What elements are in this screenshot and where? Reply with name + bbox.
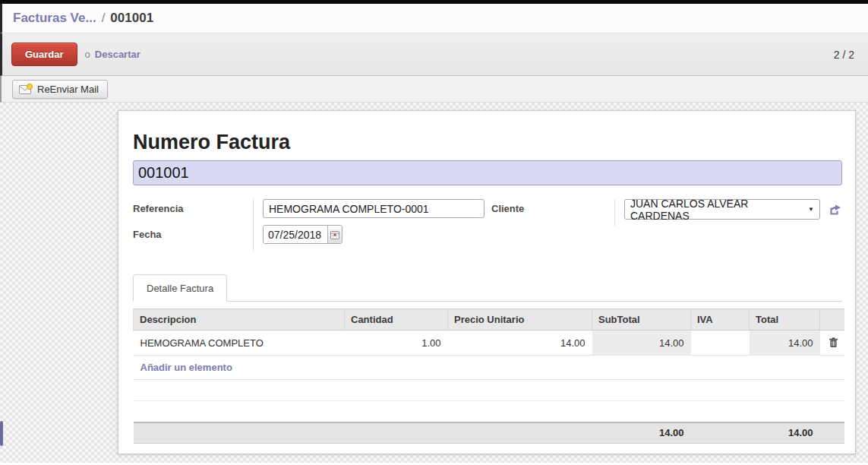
cell-total: 14.00 [750, 331, 820, 356]
action-buttons-row: ReEnviar Mail [0, 76, 868, 103]
cell-cantidad[interactable]: 1.00 [345, 331, 448, 356]
col-subtotal: SubTotal [592, 309, 691, 331]
totals-row: 14.00 14.00 [134, 422, 844, 444]
discard-link[interactable]: Descartar [95, 49, 140, 60]
col-delete [820, 309, 844, 331]
toolbar: Guardar o Descartar 2 / 2 [0, 33, 868, 76]
caret-down-icon: ▼ [808, 206, 814, 213]
resend-mail-label: ReEnviar Mail [37, 84, 99, 95]
work-area: Numero Factura Referencia Fecha [0, 103, 868, 463]
breadcrumb-current: 001001 [110, 11, 153, 26]
trash-icon[interactable] [827, 336, 840, 350]
invoice-sheet: Numero Factura Referencia Fecha [118, 110, 856, 454]
record-pager: 2 / 2 [834, 49, 854, 61]
empty-row [134, 401, 844, 422]
breadcrumb-separator: / [102, 11, 106, 26]
breadcrumb-parent-link[interactable]: Facturas Ve... [13, 11, 96, 26]
cliente-label: Cliente [491, 199, 614, 226]
invoice-lines-table: Descripcion Cantidad Precio Unitario Sub… [133, 308, 844, 444]
fecha-field [263, 225, 342, 244]
footer-subtotal: 14.00 [592, 422, 691, 444]
page-title: Numero Factura [133, 131, 842, 154]
save-button[interactable]: Guardar [11, 43, 77, 66]
breadcrumb: Facturas Ve... / 001001 [0, 4, 868, 33]
fecha-input[interactable] [264, 226, 327, 243]
cell-descripcion[interactable]: HEMOGRAMA COMPLETO [134, 331, 345, 356]
cell-iva[interactable] [691, 331, 750, 356]
table-row: HEMOGRAMA COMPLETO 1.00 14.00 14.00 14.0… [134, 331, 844, 356]
referencia-label: Referencia [133, 199, 253, 225]
col-iva: IVA [691, 309, 750, 331]
calendar-icon[interactable] [327, 226, 342, 243]
col-precio-unitario: Precio Unitario [448, 309, 592, 331]
left-scrollbar-thumb[interactable] [0, 421, 3, 446]
tab-detalle-factura[interactable]: Detalle Factura [133, 274, 227, 302]
resend-mail-button[interactable]: ReEnviar Mail [12, 80, 108, 99]
col-descripcion: Descripcion [134, 309, 345, 331]
referencia-input[interactable] [263, 199, 485, 218]
field-area: Referencia Fecha [133, 199, 842, 251]
add-line-link[interactable]: Añadir un elemento [140, 362, 232, 373]
empty-row [134, 380, 844, 401]
cliente-value: JUAN CARLOS ALVEAR CARDENAS [630, 198, 808, 222]
fecha-label: Fecha [133, 225, 253, 251]
table-header-row: Descripcion Cantidad Precio Unitario Sub… [134, 309, 844, 331]
notebook-tabs: Detalle Factura [133, 273, 842, 302]
cell-precio-unitario[interactable]: 14.00 [448, 331, 592, 356]
left-field-group: Referencia Fecha [133, 199, 485, 251]
cliente-select[interactable]: JUAN CARLOS ALVEAR CARDENAS ▼ [624, 199, 820, 220]
right-field-group: Cliente JUAN CARLOS ALVEAR CARDENAS ▼ [491, 199, 842, 226]
or-label: o [85, 49, 90, 60]
footer-total: 14.00 [750, 422, 820, 444]
envelope-icon [19, 84, 33, 95]
open-record-icon[interactable] [829, 204, 841, 216]
col-cantidad: Cantidad [345, 309, 448, 331]
cell-subtotal: 14.00 [592, 331, 691, 356]
col-total: Total [750, 309, 820, 331]
invoice-number-input[interactable] [133, 160, 842, 185]
add-line-row: Añadir un elemento [134, 356, 844, 380]
